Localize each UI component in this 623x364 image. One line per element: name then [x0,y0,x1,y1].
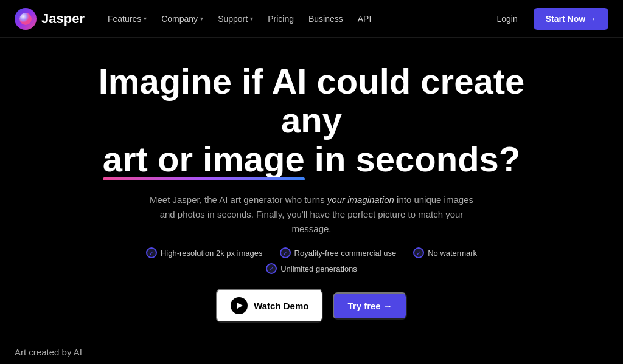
feature-royalty: ✓ Royality-free commercial use [280,247,397,258]
play-icon [231,297,248,314]
features-row: ✓ High-resolution 2k px images ✓ Royalit… [12,247,611,258]
feature-watermark: ✓ No watermark [413,247,477,258]
start-now-button[interactable]: Start Now → [534,8,608,30]
check-icon: ✓ [146,247,157,258]
hero-subtitle: Meet Jasper, the AI art generator who tu… [141,193,482,236]
logo-icon [15,8,37,30]
hero-section: Imagine if AI could create any art or im… [0,38,623,335]
nav-features[interactable]: Features ▾ [102,10,153,27]
watch-demo-button[interactable]: Watch Demo [216,289,323,323]
nav-business[interactable]: Business [302,10,349,27]
nav-right: Login Start Now → [491,8,609,30]
features-row2: ✓ Unlimited generations [12,263,611,274]
feature-unlimited: ✓ Unlimited generations [266,263,357,274]
feature-hires: ✓ High-resolution 2k px images [146,247,263,258]
nav-support[interactable]: Support ▾ [212,10,259,27]
chevron-down-icon: ▾ [250,15,253,22]
check-icon: ✓ [413,247,424,258]
login-button[interactable]: Login [491,10,524,27]
gallery-section: Art created by AI [0,335,623,364]
try-free-button[interactable]: Try free → [333,292,406,320]
hero-title: Imagine if AI could create any art or im… [68,62,555,178]
gallery-label: Art created by AI [15,347,608,357]
hero-title-suffix: in seconds? [315,139,520,179]
nav-api[interactable]: API [352,10,378,27]
logo-text: Jasper [41,11,85,27]
chevron-down-icon: ▾ [144,15,147,22]
navbar: Jasper Features ▾ Company ▾ Support ▾ Pr… [0,0,623,38]
nav-links: Features ▾ Company ▾ Support ▾ Pricing B… [102,10,491,27]
logo[interactable]: Jasper [15,8,85,30]
svg-point-0 [19,13,32,25]
cta-row: Watch Demo Try free → [12,289,611,323]
nav-pricing[interactable]: Pricing [262,10,300,27]
nav-company[interactable]: Company ▾ [155,10,209,27]
check-icon: ✓ [266,263,277,274]
check-icon: ✓ [280,247,291,258]
hero-highlight: art or image [103,140,305,179]
chevron-down-icon: ▾ [200,15,203,22]
